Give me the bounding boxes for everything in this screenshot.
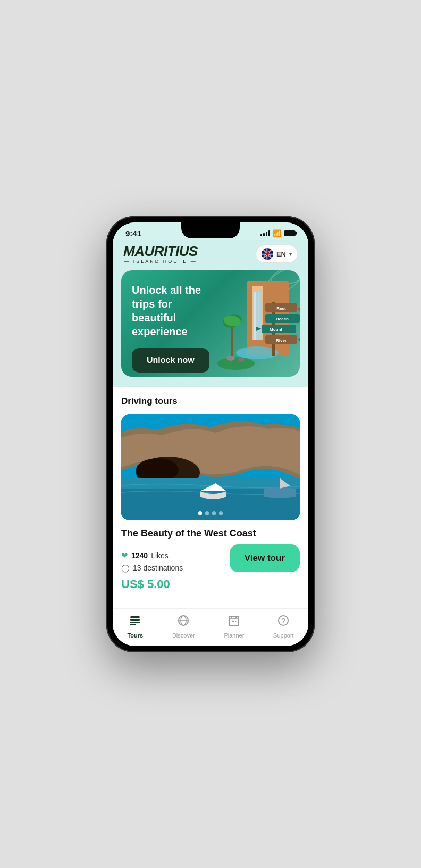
unlock-now-button[interactable]: Unlock now — [132, 348, 209, 373]
tours-label: Tours — [127, 632, 143, 639]
tour-price: US$ 5.00 — [121, 577, 300, 591]
view-tour-button[interactable]: View tour — [230, 544, 300, 572]
tour-image — [121, 414, 300, 520]
dot-4 — [219, 511, 223, 515]
logo-title: MAURITIUS — [123, 244, 198, 258]
svg-point-33 — [217, 357, 255, 370]
discover-icon — [177, 614, 190, 630]
support-label: Support — [273, 632, 294, 639]
logo-area: MAURITIUS — ISLAND ROUTE — — [123, 244, 198, 264]
svg-point-52 — [235, 620, 236, 621]
planner-label: Planner — [224, 632, 244, 639]
likes-count: 1240 — [131, 551, 148, 560]
phone-screen: 9:41 📶 MAURITIUS — ISLAND ROUTE — — [113, 222, 308, 646]
svg-point-35 — [238, 358, 245, 362]
notch — [181, 222, 240, 238]
discover-label: Discover — [172, 632, 195, 639]
battery-icon — [284, 230, 296, 236]
planner-icon — [228, 614, 240, 630]
dot-1 — [198, 511, 202, 515]
flag-icon — [262, 248, 273, 260]
logo-subtitle: — ISLAND ROUTE — — [123, 259, 198, 264]
status-time: 9:41 — [125, 229, 141, 238]
svg-rect-41 — [130, 616, 140, 618]
image-dots — [198, 511, 223, 515]
app-header: MAURITIUS — ISLAND ROUTE — — [113, 240, 308, 270]
driving-tours-title: Driving tours — [121, 396, 300, 407]
svg-rect-15 — [254, 292, 256, 340]
language-label: EN — [276, 250, 286, 258]
banner-section: Unlock all the trips for beautiful exper… — [113, 270, 308, 387]
heart-icon: ❤ — [121, 551, 128, 560]
tour-meta: ❤ 1240 Likes ◯ 13 destinations View tour — [121, 544, 300, 572]
tour-title: The Beauty of the West Coast — [121, 528, 300, 539]
banner-illustration: Rest Beach Mount River — [207, 270, 300, 377]
svg-text:Rest: Rest — [276, 306, 286, 311]
dot-3 — [212, 511, 216, 515]
svg-rect-43 — [130, 622, 140, 623]
svg-text:River: River — [276, 338, 287, 343]
status-icons: 📶 — [260, 229, 296, 237]
banner-card: Unlock all the trips for beautiful exper… — [121, 270, 300, 377]
svg-rect-17 — [231, 324, 233, 361]
svg-rect-44 — [130, 624, 136, 625]
nav-item-discover[interactable]: Discover — [172, 614, 195, 639]
scroll-content: MAURITIUS — ISLAND ROUTE — — [113, 240, 308, 608]
svg-point-50 — [232, 620, 233, 621]
svg-text:?: ? — [281, 617, 285, 625]
tours-icon — [129, 614, 141, 630]
svg-rect-42 — [130, 619, 140, 621]
bottom-nav: Tours Discover — [113, 608, 308, 646]
tour-meta-left: ❤ 1240 Likes ◯ 13 destinations — [121, 551, 183, 572]
svg-text:Mount: Mount — [270, 327, 282, 332]
nav-item-support[interactable]: ? Support — [273, 614, 294, 639]
tour-card: The Beauty of the West Coast ❤ 1240 Like… — [121, 414, 300, 591]
tour-likes: ❤ 1240 Likes — [121, 551, 183, 560]
signal-icon — [260, 230, 270, 236]
tour-scene-svg — [121, 414, 300, 520]
banner-scene-svg: Rest Beach Mount River — [215, 270, 300, 377]
tour-destinations: ◯ 13 destinations — [121, 564, 183, 572]
likes-label: Likes — [151, 551, 169, 560]
location-icon: ◯ — [121, 564, 130, 572]
svg-text:Beach: Beach — [276, 317, 289, 321]
banner-headline: Unlock all the trips for beautiful exper… — [132, 283, 218, 338]
support-icon: ? — [277, 614, 290, 630]
wifi-icon: 📶 — [273, 229, 281, 237]
phone-frame: 9:41 📶 MAURITIUS — ISLAND ROUTE — — [106, 216, 315, 652]
destinations-text: 13 destinations — [133, 564, 183, 572]
nav-item-planner[interactable]: Planner — [224, 614, 244, 639]
language-selector[interactable]: EN ▾ — [256, 245, 298, 263]
nav-item-tours[interactable]: Tours — [127, 614, 143, 639]
main-content: Driving tours — [113, 387, 308, 591]
svg-point-34 — [226, 356, 235, 361]
dot-2 — [205, 511, 209, 515]
svg-point-51 — [233, 620, 234, 621]
chevron-down-icon: ▾ — [289, 251, 292, 257]
